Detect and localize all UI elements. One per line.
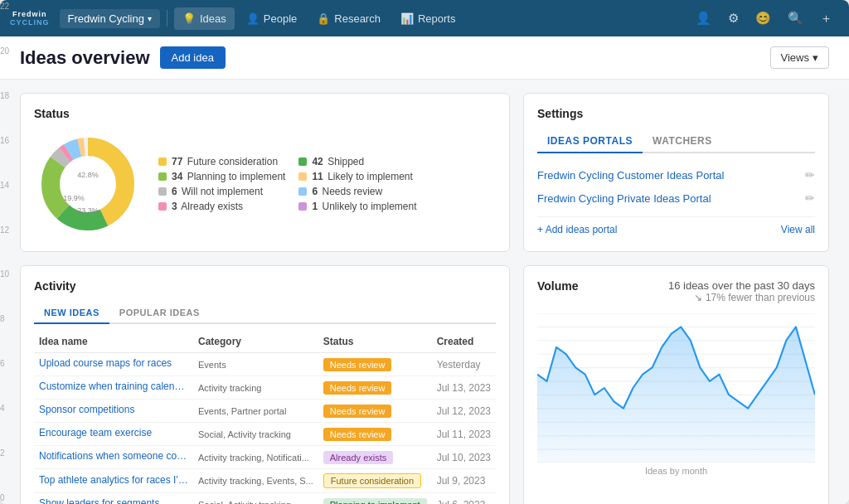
status-cell: Needs review [318, 423, 432, 446]
nav-item-research[interactable]: 🔒 Research [308, 7, 389, 30]
status-cell: Already exists [318, 446, 432, 469]
future-dot [158, 158, 167, 166]
main-content: Status [0, 80, 849, 504]
settings-title: Settings [537, 107, 815, 120]
idea-link[interactable]: Customize when training calendar starts [39, 380, 188, 392]
table-row: Encourage team exercise Social, Activity… [34, 423, 496, 446]
avatar-icon[interactable]: 👤 [689, 6, 718, 31]
legend-unlikely: 1 Unlikely to implement [298, 201, 425, 212]
created-cell: Jul 6, 2023 [432, 493, 496, 505]
tab-ideas-portals[interactable]: IDEAS PORTALS [537, 130, 643, 153]
portal-item-2: Fredwin Cycling Private Ideas Portal ✏ [537, 187, 815, 210]
status-content: 42.8% 19.9% 23.3% 77 Future consideratio… [34, 130, 496, 238]
settings-footer: + Add ideas portal View all [537, 216, 815, 235]
y-axis-labels: 222018161412 1086420 [0, 80, 9, 504]
edit-icon-1[interactable]: ✏ [805, 168, 815, 182]
search-icon[interactable]: 🔍 [781, 6, 810, 31]
table-row: Sponsor competitions Events, Partner por… [34, 400, 496, 423]
table-row: Top athlete analytics for races I'm sign… [34, 469, 496, 493]
tab-watchers[interactable]: WATCHERS [643, 130, 722, 153]
ideas-icon: 💡 [182, 12, 196, 25]
idea-link[interactable]: Encourage team exercise [39, 427, 152, 439]
portal-link-2[interactable]: Fredwin Cycling Private Ideas Portal [537, 192, 711, 205]
legend-future: 77 Future consideration [158, 156, 285, 167]
category-cell: Social, Activity tracking [193, 493, 318, 505]
idea-link[interactable]: Show leaders for segments [39, 497, 159, 504]
idea-name-cell: Encourage team exercise [34, 423, 193, 446]
legend-needs-review: 6 Needs review [298, 186, 425, 197]
idea-link[interactable]: Upload course maps for races [39, 357, 172, 369]
created-cell: Jul 13, 2023 [432, 376, 496, 400]
col-created: Created [432, 332, 496, 353]
donut-chart: 42.8% 19.9% 23.3% [34, 130, 142, 238]
nav-item-people[interactable]: 👤 People [238, 7, 305, 30]
table-row: Customize when training calendar starts … [34, 376, 496, 400]
already-exists-dot [158, 202, 167, 211]
portal-item-1: Fredwin Cycling Customer Ideas Portal ✏ [537, 163, 815, 187]
add-idea-button[interactable]: Add idea [160, 46, 226, 69]
likely-dot [298, 172, 307, 181]
research-icon: 🔒 [317, 12, 330, 25]
idea-name-cell: Notifications when someone comments ... [34, 446, 193, 469]
emoji-icon[interactable]: 😊 [749, 6, 778, 31]
svg-text:23.3%: 23.3% [77, 206, 99, 215]
category-cell: Events, Partner portal [193, 400, 318, 423]
trend-down-icon: ↘ [694, 292, 702, 303]
nav-item-reports[interactable]: 📊 Reports [392, 7, 464, 30]
add-portal-link[interactable]: + Add ideas portal [537, 224, 617, 235]
status-cell: Needs review [318, 400, 432, 423]
status-card: Status [20, 93, 510, 252]
portal-link-1[interactable]: Fredwin Cycling Customer Ideas Portal [537, 169, 724, 182]
volume-summary: 16 ideas over the past 30 days [668, 279, 815, 292]
volume-chart-svg [537, 313, 815, 463]
legend-shipped: 42 Shipped [298, 156, 425, 167]
table-row: Show leaders for segments Social, Activi… [34, 493, 496, 505]
settings-tabs: IDEAS PORTALS WATCHERS [537, 130, 815, 153]
volume-header: 16 ideas over the past 30 days ↘ 17% few… [668, 279, 815, 303]
status-cell: Needs review [318, 353, 432, 376]
logo-bottom: CYCLING [10, 18, 50, 27]
volume-chart [537, 313, 815, 463]
idea-link[interactable]: Sponsor competitions [39, 404, 134, 415]
idea-name-cell: Customize when training calendar starts [34, 376, 193, 400]
idea-link[interactable]: Notifications when someone comments ... [39, 450, 188, 462]
idea-link[interactable]: Top athlete analytics for races I'm sign… [39, 474, 188, 486]
idea-name-cell: Top athlete analytics for races I'm sign… [34, 469, 193, 493]
planning-dot [158, 172, 167, 181]
legend-willnot: 6 Will not implement [158, 186, 285, 197]
views-button[interactable]: Views ▾ [770, 46, 829, 69]
status-cell: Planning to implement [318, 493, 432, 505]
settings-icon[interactable]: ⚙ [721, 6, 745, 31]
status-legend: 77 Future consideration 42 Shipped 34 Pl… [158, 156, 426, 212]
edit-icon-2[interactable]: ✏ [805, 191, 815, 205]
chevron-down-icon: ▾ [148, 14, 152, 23]
page-title: Ideas overview [20, 47, 150, 69]
chart-x-label: Ideas by month [537, 466, 815, 476]
portals-list: Fredwin Cycling Customer Ideas Portal ✏ … [537, 163, 815, 210]
tab-popular-ideas[interactable]: POPULAR IDEAS [109, 303, 210, 324]
logo: Fredwin CYCLING [10, 10, 50, 27]
view-all-link[interactable]: View all [781, 224, 815, 235]
needs-review-dot [298, 187, 307, 196]
table-row: Notifications when someone comments ... … [34, 446, 496, 469]
views-chevron-icon: ▾ [813, 51, 818, 64]
volume-title: Volume [537, 279, 579, 293]
status-title: Status [34, 107, 496, 120]
activity-card: Activity NEW IDEAS POPULAR IDEAS Idea na… [20, 265, 510, 504]
created-cell: Jul 9, 2023 [432, 469, 496, 493]
add-icon[interactable]: ＋ [813, 6, 839, 32]
category-cell: Activity tracking, Notificati... [193, 446, 318, 469]
activity-tabs: NEW IDEAS POPULAR IDEAS [34, 303, 496, 324]
status-cell: Future consideration [318, 469, 432, 493]
donut-svg: 42.8% 19.9% 23.3% [34, 130, 142, 238]
legend-already-exists: 3 Already exists [158, 201, 285, 212]
idea-name-cell: Upload course maps for races [34, 353, 193, 376]
people-icon: 👤 [246, 12, 260, 25]
tab-new-ideas[interactable]: NEW IDEAS [34, 303, 109, 324]
legend-planning: 34 Planning to implement [158, 171, 285, 182]
logo-top: Fredwin [12, 10, 47, 18]
workspace-button[interactable]: Fredwin Cycling ▾ [60, 9, 160, 28]
idea-name-cell: Sponsor competitions [34, 400, 193, 423]
svg-text:19.9%: 19.9% [63, 194, 85, 202]
nav-item-ideas[interactable]: 💡 Ideas [174, 7, 235, 30]
